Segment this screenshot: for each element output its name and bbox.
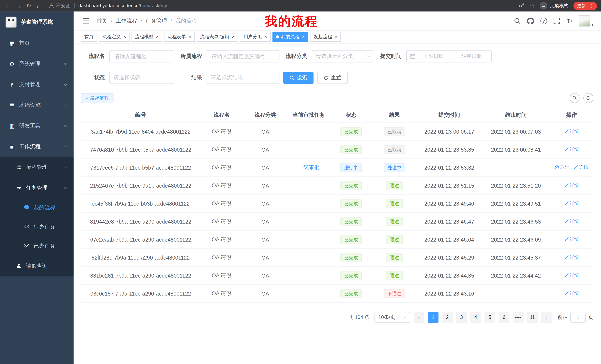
close-icon[interactable]: ×: [335, 35, 337, 39]
cell-category: OA: [242, 249, 288, 266]
sidebar-item-done-tasks[interactable]: 已办任务: [0, 237, 74, 256]
chevron-up-icon: [64, 187, 67, 190]
password-key-icon[interactable]: [518, 2, 524, 10]
collapse-sidebar-icon[interactable]: [83, 18, 90, 24]
page-button[interactable]: 11: [527, 312, 538, 323]
result-label: 结果: [178, 74, 207, 81]
breadcrumb-item[interactable]: 工作流程: [116, 18, 137, 24]
tab-home[interactable]: 首页: [81, 32, 97, 42]
page-button[interactable]: 6: [499, 312, 510, 323]
search-icon[interactable]: [514, 18, 521, 24]
edit-action-link[interactable]: 详情: [573, 164, 588, 171]
browser-home-icon[interactable]: ⌂: [34, 2, 44, 9]
cell-submit-time: 2022-01-22 23:45:29: [416, 249, 482, 266]
edit-action-link[interactable]: 详情: [564, 236, 579, 243]
result-select[interactable]: 请选择流结果: [207, 72, 279, 84]
browser-back-icon[interactable]: ←: [4, 2, 14, 9]
page-button[interactable]: 5: [485, 312, 495, 323]
tab-process-form[interactable]: 流程表单×: [164, 32, 195, 42]
reset-button[interactable]: 重置: [317, 72, 348, 84]
more-pages-button[interactable]: •••: [513, 312, 523, 323]
process-definition-input[interactable]: [207, 50, 279, 62]
process-name-input[interactable]: [109, 50, 174, 62]
font-size-icon[interactable]: TT: [567, 18, 573, 24]
browser-reload-icon[interactable]: ↻: [24, 2, 34, 9]
sidebar-item-my-processes[interactable]: 我的流程: [0, 198, 74, 217]
refresh-table-button[interactable]: [583, 93, 593, 103]
tab-my-processes[interactable]: 我的流程×: [273, 32, 308, 42]
goto-page-input[interactable]: [570, 312, 586, 323]
close-icon[interactable]: ×: [123, 35, 126, 39]
tab-start-process[interactable]: 发起流程×: [310, 32, 341, 42]
page-button[interactable]: 4: [470, 312, 481, 323]
show-search-button[interactable]: [570, 93, 580, 103]
cell-process-name: OA 请假: [200, 230, 242, 249]
page-button[interactable]: 3: [456, 312, 467, 323]
start-process-button[interactable]: + 发起流程: [81, 93, 113, 103]
edit-action-link[interactable]: 详情: [564, 254, 579, 261]
edit-action-link[interactable]: 详情: [564, 146, 579, 153]
sidebar-item-task-management[interactable]: 任务管理: [0, 178, 74, 198]
close-icon[interactable]: ×: [232, 35, 235, 39]
page-button[interactable]: 2: [442, 312, 453, 323]
edit-action-link[interactable]: 详情: [564, 218, 579, 225]
table-row: 3ad174fb-7b9d-11ec-8404-acde48001122OA 请…: [81, 123, 593, 140]
sidebar-item-leave-query[interactable]: 请假查询: [0, 256, 74, 277]
sidebar-item-home[interactable]: ▦ 首页: [0, 33, 74, 53]
warning-icon: [49, 3, 54, 8]
sidebar-item-todo-tasks[interactable]: 待办任务: [0, 217, 74, 237]
cell-current-task: [288, 176, 330, 194]
cell-end-time: [482, 284, 550, 302]
breadcrumb-item-current: 我的流程: [176, 18, 197, 24]
tab-user-group[interactable]: 用户分组×: [240, 32, 270, 42]
tab-process-definition[interactable]: 流程定义×: [99, 32, 130, 42]
fullscreen-icon[interactable]: [554, 18, 560, 24]
edit-action-link[interactable]: 详情: [564, 290, 579, 297]
edit-action-link[interactable]: 详情: [564, 272, 579, 279]
close-icon[interactable]: ×: [189, 35, 191, 39]
breadcrumb-item[interactable]: 首页: [97, 18, 107, 24]
close-icon[interactable]: ×: [156, 35, 159, 39]
address-bar[interactable]: 不安全 dashboard.yudao.iocoder.cn/bpm/task/…: [49, 2, 167, 9]
help-icon[interactable]: ?: [541, 18, 547, 24]
sidebar-item-system[interactable]: ⚙ 系统管理: [0, 54, 74, 74]
github-icon[interactable]: [527, 18, 534, 24]
cell-submit-time: 2022-01-22 23:46:04: [416, 230, 482, 249]
calendar-icon: [410, 54, 415, 59]
cell-status: 已完成: [330, 176, 372, 194]
search-button[interactable]: 搜索: [283, 72, 313, 84]
tab-process-form-edit[interactable]: 流程表单-编辑×: [197, 32, 238, 42]
status-select[interactable]: 请选择状态: [109, 72, 174, 84]
sidebar-item-workflow[interactable]: ▣ 工作流程: [0, 136, 74, 157]
search-icon: [572, 96, 577, 100]
browser-forward-icon[interactable]: →: [14, 2, 24, 9]
sidebar-item-payment[interactable]: ¥ 支付管理: [0, 74, 74, 95]
tab-process-model[interactable]: 流程模型×: [131, 32, 162, 42]
sidebar-item-infrastructure[interactable]: ▤ 基础设施: [0, 95, 74, 115]
page-button[interactable]: 1: [428, 312, 439, 323]
page-size-select[interactable]: 10条/页: [374, 312, 410, 323]
edit-icon: [564, 255, 569, 260]
close-icon[interactable]: ×: [302, 35, 305, 39]
next-page-button[interactable]: ›: [541, 312, 552, 323]
browser-update-button[interactable]: 更新 ⋮: [573, 2, 597, 10]
prev-page-button[interactable]: ‹: [414, 312, 424, 323]
edit-action-link[interactable]: 详情: [564, 200, 579, 207]
app-logo-row[interactable]: 芋道管理系统: [0, 11, 74, 33]
current-task-link[interactable]: 一级审批: [298, 164, 320, 170]
edit-action-link[interactable]: 详情: [564, 128, 579, 135]
bookmark-star-icon[interactable]: ☆: [530, 2, 535, 9]
cancel-action-link[interactable]: 取消: [555, 164, 570, 171]
caret-down-icon: ▾: [591, 23, 593, 27]
submit-time-range-picker[interactable]: 开始日期 - 结束日期: [406, 50, 492, 62]
edit-action-link[interactable]: 详情: [564, 182, 579, 189]
user-avatar-menu[interactable]: ▾: [579, 15, 593, 27]
close-icon[interactable]: ×: [264, 35, 267, 39]
process-category-select[interactable]: 请选择流程分类: [312, 50, 374, 62]
browser-menu-icon[interactable]: ⋮: [589, 3, 594, 9]
cell-end-time: 2022-01-23 00:08:41: [482, 140, 550, 158]
status-tag: 已完成: [341, 289, 362, 298]
sidebar-item-process-management[interactable]: 流程管理: [0, 157, 74, 178]
breadcrumb-item[interactable]: 任务管理: [146, 18, 167, 24]
sidebar-item-devtools[interactable]: ▥ 研发工具: [0, 115, 74, 136]
